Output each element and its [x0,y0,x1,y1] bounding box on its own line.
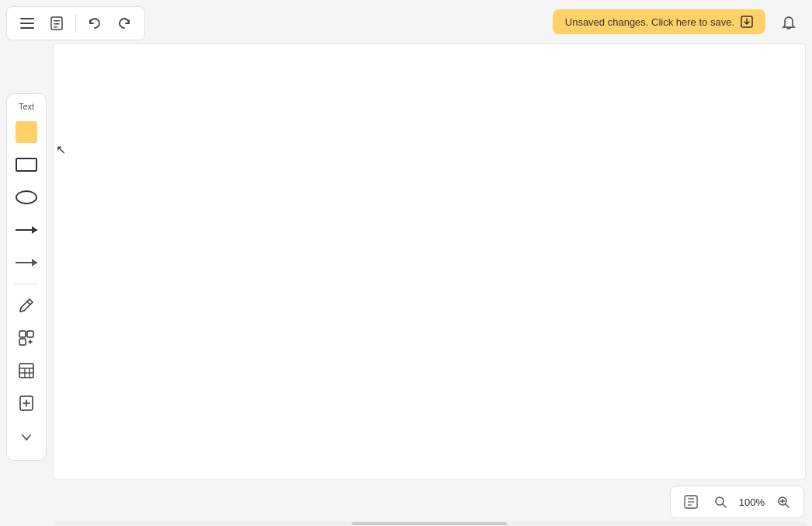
zoom-in-button[interactable] [772,491,794,513]
add-file-tool[interactable] [12,388,41,418]
svg-rect-1 [20,23,34,24]
pen-icon [18,297,35,314]
zoom-search-button[interactable] [710,491,731,513]
zoom-in-icon [777,496,789,508]
top-toolbar [6,6,145,40]
zoom-search-icon [714,496,727,508]
chevron-down-icon [21,434,32,441]
save-icon [741,16,753,28]
sticky-note-tool[interactable] [12,117,41,147]
text-tool-label: Text [19,102,34,111]
svg-rect-4 [54,20,60,22]
svg-rect-6 [54,26,57,28]
add-file-icon [18,395,35,412]
rectangle-tool[interactable] [12,150,41,179]
ellipse-tool[interactable] [12,183,41,212]
table-tool[interactable] [12,356,41,385]
expand-sidebar-button[interactable] [12,423,41,452]
pen-tool[interactable] [12,291,41,320]
notification-button[interactable] [775,9,803,37]
arrow-shape-2 [16,262,37,263]
zoom-level: 100% [739,496,765,508]
arrow-tool-1[interactable] [12,215,41,245]
svg-line-31 [786,504,789,507]
bell-icon [781,16,796,31]
hand-icon [684,495,698,509]
svg-rect-11 [19,339,26,345]
scrollbar-thumb[interactable] [352,522,507,525]
unsaved-banner[interactable]: Unsaved changes. Click here to save. [553,9,765,34]
arrow-tool-2[interactable] [12,248,41,277]
table-icon [18,362,35,379]
add-widget-tool[interactable] [12,323,41,353]
toolbar-divider [75,14,76,33]
undo-button[interactable] [81,9,109,37]
svg-line-27 [723,504,726,507]
svg-rect-2 [20,27,34,29]
svg-line-8 [27,301,30,305]
hand-tool-button[interactable] [680,491,702,513]
ellipse-shape [16,190,37,204]
sidebar-separator [14,284,39,284]
widget-icon [18,329,35,347]
left-sidebar: Text [6,93,47,461]
svg-rect-10 [27,331,33,337]
svg-rect-0 [20,18,34,19]
sticky-shape [16,121,37,143]
arrow-shape-1 [16,229,37,231]
horizontal-scrollbar[interactable] [53,521,806,526]
unsaved-text: Unsaved changes. Click here to save. [565,16,734,28]
bottom-toolbar: 100% [670,486,804,518]
svg-rect-9 [19,331,26,337]
menu-button[interactable] [13,9,41,37]
canvas-area[interactable] [53,44,806,479]
rect-shape [16,158,37,172]
svg-rect-14 [19,364,33,378]
redo-button[interactable] [110,9,138,37]
file-button[interactable] [43,9,71,37]
svg-rect-5 [54,23,60,25]
